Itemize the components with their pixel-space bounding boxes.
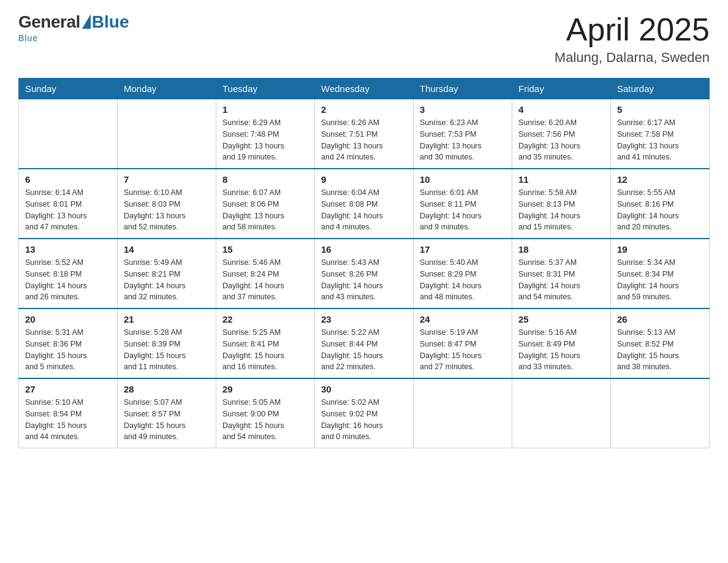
- weekday-header-thursday: Thursday: [414, 79, 512, 99]
- day-info: Sunrise: 6:17 AM Sunset: 7:58 PM Dayligh…: [617, 117, 703, 163]
- day-info: Sunrise: 6:23 AM Sunset: 7:53 PM Dayligh…: [420, 117, 506, 163]
- day-info: Sunrise: 5:07 AM Sunset: 8:57 PM Dayligh…: [124, 397, 210, 443]
- day-number: 7: [124, 174, 210, 185]
- calendar-cell: 15Sunrise: 5:46 AM Sunset: 8:24 PM Dayli…: [216, 239, 315, 308]
- calendar-cell: 12Sunrise: 5:55 AM Sunset: 8:16 PM Dayli…: [611, 169, 710, 239]
- calendar-cell: 22Sunrise: 5:25 AM Sunset: 8:41 PM Dayli…: [216, 308, 315, 378]
- calendar-table: SundayMondayTuesdayWednesdayThursdayFrid…: [18, 78, 710, 448]
- calendar-cell: 27Sunrise: 5:10 AM Sunset: 8:54 PM Dayli…: [19, 378, 118, 448]
- calendar-cell: 20Sunrise: 5:31 AM Sunset: 8:36 PM Dayli…: [19, 308, 118, 378]
- calendar-cell: 24Sunrise: 5:19 AM Sunset: 8:47 PM Dayli…: [414, 308, 512, 378]
- day-info: Sunrise: 5:10 AM Sunset: 8:54 PM Dayligh…: [25, 397, 111, 443]
- day-number: 25: [518, 314, 604, 324]
- day-info: Sunrise: 5:58 AM Sunset: 8:13 PM Dayligh…: [518, 187, 604, 233]
- calendar-cell: [19, 99, 118, 169]
- calendar-cell: [512, 378, 611, 448]
- day-number: 22: [222, 314, 308, 324]
- calendar-cell: 4Sunrise: 6:20 AM Sunset: 7:56 PM Daylig…: [512, 99, 611, 169]
- day-info: Sunrise: 6:14 AM Sunset: 8:01 PM Dayligh…: [25, 187, 111, 233]
- calendar-cell: 26Sunrise: 5:13 AM Sunset: 8:52 PM Dayli…: [611, 308, 710, 378]
- day-info: Sunrise: 5:05 AM Sunset: 9:00 PM Dayligh…: [222, 397, 308, 443]
- logo-triangle-icon: [82, 14, 91, 29]
- calendar-cell: 10Sunrise: 6:01 AM Sunset: 8:11 PM Dayli…: [414, 169, 512, 239]
- weekday-header-tuesday: Tuesday: [216, 79, 315, 99]
- calendar-week-1: 1Sunrise: 6:29 AM Sunset: 7:48 PM Daylig…: [19, 99, 710, 169]
- calendar-cell: 29Sunrise: 5:05 AM Sunset: 9:00 PM Dayli…: [216, 378, 315, 448]
- day-info: Sunrise: 6:20 AM Sunset: 7:56 PM Dayligh…: [518, 117, 604, 163]
- day-info: Sunrise: 5:28 AM Sunset: 8:39 PM Dayligh…: [124, 327, 210, 373]
- day-info: Sunrise: 5:37 AM Sunset: 8:31 PM Dayligh…: [518, 257, 604, 303]
- calendar-cell: 8Sunrise: 6:07 AM Sunset: 8:06 PM Daylig…: [216, 169, 315, 239]
- day-info: Sunrise: 5:19 AM Sunset: 8:47 PM Dayligh…: [420, 327, 506, 373]
- day-number: 20: [25, 314, 111, 324]
- day-number: 16: [321, 244, 407, 255]
- calendar-cell: 19Sunrise: 5:34 AM Sunset: 8:34 PM Dayli…: [611, 239, 710, 308]
- day-number: 30: [321, 384, 407, 394]
- day-number: 28: [124, 384, 210, 394]
- calendar-cell: 16Sunrise: 5:43 AM Sunset: 8:26 PM Dayli…: [315, 239, 414, 308]
- day-number: 10: [420, 174, 506, 185]
- month-title: April 2025: [555, 12, 710, 47]
- day-info: Sunrise: 5:13 AM Sunset: 8:52 PM Dayligh…: [617, 327, 703, 373]
- calendar-cell: 14Sunrise: 5:49 AM Sunset: 8:21 PM Dayli…: [118, 239, 216, 308]
- page-header: General Blue Blue April 2025 Malung, Dal…: [18, 12, 710, 66]
- weekday-header-wednesday: Wednesday: [315, 79, 414, 99]
- logo-subtitle: Blue: [18, 33, 38, 43]
- day-info: Sunrise: 5:34 AM Sunset: 8:34 PM Dayligh…: [617, 257, 703, 303]
- calendar-cell: 3Sunrise: 6:23 AM Sunset: 7:53 PM Daylig…: [414, 99, 512, 169]
- logo-general-text: General: [18, 12, 80, 32]
- day-info: Sunrise: 5:16 AM Sunset: 8:49 PM Dayligh…: [518, 327, 604, 373]
- day-number: 1: [222, 104, 308, 115]
- day-number: 21: [124, 314, 210, 324]
- day-number: 19: [617, 244, 703, 255]
- calendar-cell: 28Sunrise: 5:07 AM Sunset: 8:57 PM Dayli…: [118, 378, 216, 448]
- day-info: Sunrise: 5:25 AM Sunset: 8:41 PM Dayligh…: [222, 327, 308, 373]
- calendar-week-4: 20Sunrise: 5:31 AM Sunset: 8:36 PM Dayli…: [19, 308, 710, 378]
- calendar-cell: [611, 378, 710, 448]
- day-info: Sunrise: 6:10 AM Sunset: 8:03 PM Dayligh…: [124, 187, 210, 233]
- day-number: 4: [518, 104, 604, 115]
- weekday-header-row: SundayMondayTuesdayWednesdayThursdayFrid…: [19, 79, 710, 99]
- weekday-header-sunday: Sunday: [19, 79, 118, 99]
- calendar-cell: 13Sunrise: 5:52 AM Sunset: 8:18 PM Dayli…: [19, 239, 118, 308]
- logo: General Blue Blue: [18, 12, 129, 43]
- title-section: April 2025 Malung, Dalarna, Sweden: [555, 12, 710, 66]
- day-info: Sunrise: 5:22 AM Sunset: 8:44 PM Dayligh…: [321, 327, 407, 373]
- calendar-cell: 25Sunrise: 5:16 AM Sunset: 8:49 PM Dayli…: [512, 308, 611, 378]
- day-number: 23: [321, 314, 407, 324]
- day-number: 14: [124, 244, 210, 255]
- day-number: 11: [518, 174, 604, 185]
- calendar-cell: 5Sunrise: 6:17 AM Sunset: 7:58 PM Daylig…: [611, 99, 710, 169]
- day-number: 2: [321, 104, 407, 115]
- weekday-header-saturday: Saturday: [611, 79, 710, 99]
- calendar-cell: 23Sunrise: 5:22 AM Sunset: 8:44 PM Dayli…: [315, 308, 414, 378]
- day-number: 5: [617, 104, 703, 115]
- calendar-cell: 21Sunrise: 5:28 AM Sunset: 8:39 PM Dayli…: [118, 308, 216, 378]
- calendar-cell: 7Sunrise: 6:10 AM Sunset: 8:03 PM Daylig…: [118, 169, 216, 239]
- calendar-cell: 9Sunrise: 6:04 AM Sunset: 8:08 PM Daylig…: [315, 169, 414, 239]
- calendar-cell: 17Sunrise: 5:40 AM Sunset: 8:29 PM Dayli…: [414, 239, 512, 308]
- day-number: 13: [25, 244, 111, 255]
- calendar-cell: [414, 378, 512, 448]
- day-info: Sunrise: 5:52 AM Sunset: 8:18 PM Dayligh…: [25, 257, 111, 303]
- calendar-cell: 11Sunrise: 5:58 AM Sunset: 8:13 PM Dayli…: [512, 169, 611, 239]
- day-info: Sunrise: 5:02 AM Sunset: 9:02 PM Dayligh…: [321, 397, 407, 443]
- day-info: Sunrise: 6:01 AM Sunset: 8:11 PM Dayligh…: [420, 187, 506, 233]
- day-number: 18: [518, 244, 604, 255]
- day-number: 6: [25, 174, 111, 185]
- day-info: Sunrise: 6:26 AM Sunset: 7:51 PM Dayligh…: [321, 117, 407, 163]
- day-number: 27: [25, 384, 111, 394]
- location-title: Malung, Dalarna, Sweden: [555, 50, 710, 66]
- day-info: Sunrise: 5:43 AM Sunset: 8:26 PM Dayligh…: [321, 257, 407, 303]
- calendar-week-2: 6Sunrise: 6:14 AM Sunset: 8:01 PM Daylig…: [19, 169, 710, 239]
- logo-blue-text: Blue: [92, 12, 129, 32]
- day-number: 12: [617, 174, 703, 185]
- day-info: Sunrise: 5:46 AM Sunset: 8:24 PM Dayligh…: [222, 257, 308, 303]
- day-info: Sunrise: 6:07 AM Sunset: 8:06 PM Dayligh…: [222, 187, 308, 233]
- calendar-cell: 18Sunrise: 5:37 AM Sunset: 8:31 PM Dayli…: [512, 239, 611, 308]
- day-info: Sunrise: 6:29 AM Sunset: 7:48 PM Dayligh…: [222, 117, 308, 163]
- calendar-cell: 30Sunrise: 5:02 AM Sunset: 9:02 PM Dayli…: [315, 378, 414, 448]
- day-number: 17: [420, 244, 506, 255]
- weekday-header-friday: Friday: [512, 79, 611, 99]
- day-number: 3: [420, 104, 506, 115]
